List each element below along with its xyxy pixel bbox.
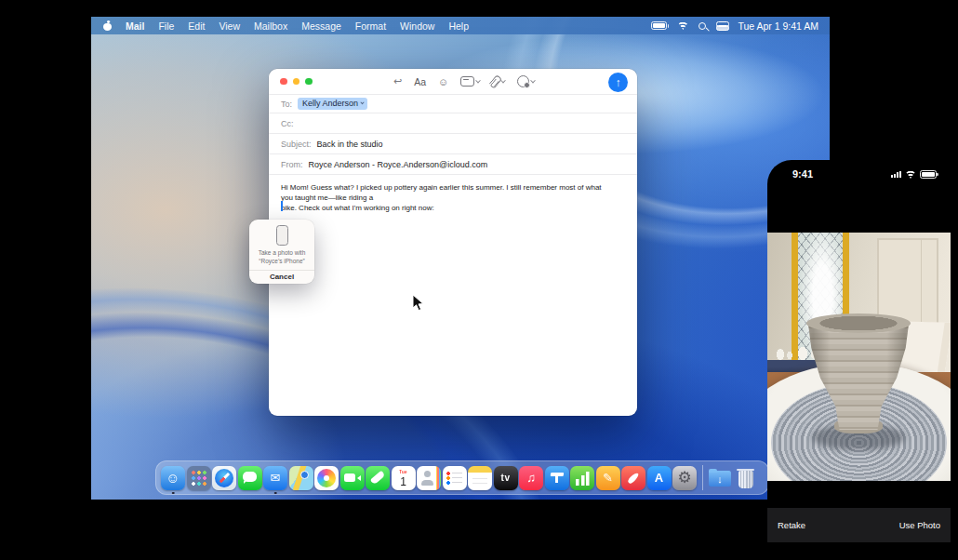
dock-icon-photos[interactable] [314, 466, 339, 490]
camera-action-bar: Retake Use Photo [767, 508, 951, 542]
menu-item-view[interactable]: View [219, 20, 240, 32]
header-fields-icon[interactable] [460, 76, 480, 87]
iphone-clock: 9:41 [792, 168, 813, 180]
bowl-rim [806, 313, 911, 333]
dock-divider [702, 465, 703, 490]
menu-item-mail[interactable]: Mail [126, 20, 144, 32]
menu-items: MailFileEditViewMailboxMessageFormatWind… [126, 20, 469, 32]
dock-icon-rocket[interactable] [621, 466, 645, 490]
dock-icon-downloads[interactable]: ↓ [708, 466, 732, 490]
use-photo-button[interactable]: Use Photo [899, 520, 940, 530]
continuity-camera-popup: Take a photo with “Royce’s iPhone” Cance… [249, 220, 314, 284]
chevron-down-icon [475, 77, 481, 83]
to-label: To: [281, 100, 292, 109]
photo-glyph [517, 75, 529, 87]
menu-item-file[interactable]: File [158, 20, 174, 32]
screenshot-canvas: MailFileEditViewMailboxMessageFormatWind… [0, 0, 958, 560]
insert-photo-icon[interactable] [517, 75, 535, 87]
header-fields-glyph [460, 76, 474, 87]
recipient-token[interactable]: Kelly Anderson [298, 98, 367, 111]
dock-icon-numbers[interactable] [570, 466, 594, 490]
popup-message-line2: “Royce’s iPhone” [259, 258, 306, 266]
subject-field[interactable]: Subject: Back in the studio [269, 134, 637, 154]
format-icon[interactable]: Aa [414, 76, 426, 87]
wifi-icon [905, 170, 916, 179]
dock-icon-keynote[interactable] [545, 466, 569, 490]
window-controls [280, 78, 313, 86]
dock-icon-pages[interactable]: ✎ [596, 466, 620, 490]
cc-field[interactable]: Cc: [269, 113, 637, 134]
chevron-down-icon [530, 77, 536, 83]
attach-icon[interactable] [492, 75, 505, 87]
battery-icon [920, 170, 937, 179]
battery-icon[interactable] [651, 21, 667, 30]
from-field[interactable]: From: Royce Anderson - Royce.Anderson@ic… [269, 154, 637, 175]
emoji-icon[interactable]: ☺ [438, 76, 448, 87]
retake-button[interactable]: Retake [778, 520, 805, 530]
mail-compose-window: ↩ Aa ☺ ↑ To: Kelly Anderson Cc: Subject:… [269, 69, 637, 416]
dock-icon-appstore[interactable]: A [647, 466, 672, 490]
dock-icon-music[interactable]: ♫ [519, 466, 543, 490]
iphone-screen: 9:41 Retake Use Photo [767, 160, 951, 560]
cellular-icon [891, 171, 901, 179]
iphone-status-icons [891, 170, 937, 179]
dock-icon-contacts[interactable] [417, 466, 441, 490]
message-body[interactable]: Hi Mom! Guess what? I picked up pottery … [269, 175, 626, 214]
control-center-icon[interactable] [716, 21, 727, 31]
camera-preview-photo [767, 233, 951, 481]
from-label: From: [281, 160, 303, 169]
dock-icon-notes[interactable] [468, 466, 492, 490]
cc-label: Cc: [281, 119, 294, 128]
mouse-pointer [412, 294, 424, 315]
dock-icon-finder[interactable]: ☺ [161, 466, 185, 490]
from-value: Royce Anderson - Royce.Anderson@icloud.c… [309, 160, 488, 169]
minimize-window-button[interactable] [293, 78, 300, 86]
search-icon[interactable] [699, 22, 706, 30]
wifi-icon[interactable] [677, 21, 688, 30]
menu-bar-status: Tue Apr 1 9:41 AM [651, 20, 818, 32]
menu-item-edit[interactable]: Edit [188, 20, 205, 32]
to-field[interactable]: To: Kelly Anderson [269, 95, 637, 113]
compose-toolbar: ↩ Aa ☺ ↑ [269, 69, 637, 95]
popup-message: Take a photo with “Royce’s iPhone” [259, 249, 306, 266]
recipient-name: Kelly Anderson [302, 99, 358, 108]
dock-icon-settings[interactable]: ⚙ [672, 466, 697, 490]
cancel-button[interactable]: Cancel [249, 271, 314, 284]
dock-icons: ☺✉Tue1tv♫✎A⚙↓ [161, 465, 758, 490]
dock-icon-phone[interactable] [366, 466, 390, 490]
zoom-window-button[interactable] [305, 78, 313, 86]
toolbar-icons: ↩ Aa ☺ [393, 75, 535, 87]
apple-menu-icon[interactable] [102, 20, 113, 31]
dock-icon-maps[interactable] [289, 466, 313, 490]
dock-icon-facetime[interactable] [340, 466, 365, 490]
undo-icon[interactable]: ↩ [393, 75, 402, 87]
mac-desktop: MailFileEditViewMailboxMessageFormatWind… [91, 17, 830, 500]
dock-icon-calendar[interactable]: Tue1 [392, 466, 416, 490]
menu-item-format[interactable]: Format [355, 20, 386, 32]
chevron-down-icon [500, 77, 506, 83]
dock-icon-trash[interactable] [734, 466, 758, 490]
popup-message-line1: Take a photo with [259, 249, 306, 258]
text-caret [281, 201, 283, 211]
dock-icon-launchpad[interactable] [187, 466, 211, 490]
subject-label: Subject: [281, 140, 312, 149]
dock-icon-mail[interactable]: ✉ [263, 466, 287, 490]
chevron-down-icon [360, 100, 364, 104]
subject-value: Back in the studio [317, 140, 383, 149]
menu-item-help[interactable]: Help [448, 20, 469, 32]
dock: ☺✉Tue1tv♫✎A⚙↓ [155, 460, 769, 495]
menu-bar: MailFileEditViewMailboxMessageFormatWind… [91, 17, 830, 34]
menu-item-message[interactable]: Message [301, 20, 341, 32]
menu-item-mailbox[interactable]: Mailbox [254, 20, 287, 32]
iphone-status-bar: 9:41 [767, 168, 951, 181]
menu-item-window[interactable]: Window [400, 20, 434, 32]
send-button[interactable]: ↑ [608, 73, 628, 92]
dock-icon-safari[interactable] [212, 466, 236, 490]
dock-icon-tv[interactable]: tv [494, 466, 518, 490]
dock-icon-messages[interactable] [238, 466, 262, 490]
iphone-icon [276, 225, 288, 246]
dock-icon-reminders[interactable] [443, 466, 467, 490]
close-window-button[interactable] [280, 78, 287, 86]
menu-bar-clock[interactable]: Tue Apr 1 9:41 AM [738, 20, 818, 32]
